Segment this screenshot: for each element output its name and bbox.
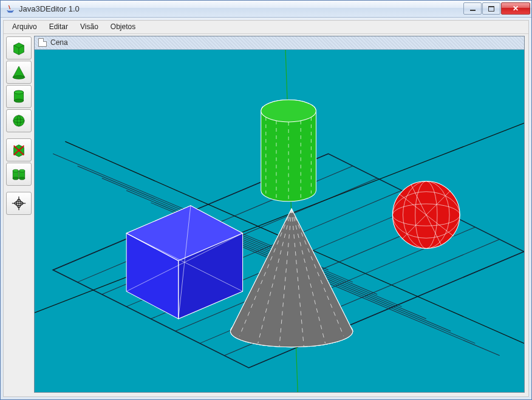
svg-point-16	[13, 177, 18, 180]
app-body: Arquivo Editar Visão Objetos	[3, 20, 529, 397]
workarea: Cena	[4, 34, 528, 396]
delete-tool-button[interactable]	[6, 138, 32, 161]
cylinder-tool-button[interactable]	[6, 85, 32, 108]
maximize-button[interactable]	[482, 2, 500, 15]
two-cylinders-icon	[10, 166, 27, 183]
menubar: Arquivo Editar Visão Objetos	[4, 21, 528, 34]
cylinder-icon	[10, 88, 27, 105]
svg-point-3	[13, 75, 25, 79]
scene-svg	[35, 50, 524, 392]
java-icon	[5, 4, 15, 13]
maximize-icon	[488, 6, 494, 12]
menu-arquivo[interactable]: Arquivo	[6, 21, 43, 32]
titlebar[interactable]: Java3DEditor 1.0 ✕	[1, 1, 531, 18]
close-button[interactable]: ✕	[501, 2, 530, 15]
svg-point-18	[19, 169, 25, 172]
window-buttons: ✕	[463, 2, 530, 15]
window-title: Java3DEditor 1.0	[19, 4, 463, 13]
close-icon: ✕	[513, 4, 519, 13]
svg-point-6	[14, 99, 23, 103]
svg-point-8	[13, 115, 24, 126]
duplicate-tool-button[interactable]	[6, 163, 32, 186]
menu-objetos[interactable]: Objetos	[104, 21, 142, 32]
cube-icon	[10, 39, 27, 56]
scene-titlebar[interactable]: Cena	[35, 36, 524, 50]
minimize-icon	[470, 10, 476, 11]
scene-sphere	[392, 181, 460, 248]
sphere-icon	[10, 112, 27, 129]
svg-point-15	[13, 169, 18, 172]
origin-tool-button[interactable]	[6, 192, 32, 215]
cone-icon	[10, 64, 27, 81]
cube-tool-button[interactable]	[6, 36, 32, 59]
viewport-3d[interactable]	[35, 50, 524, 392]
minimize-button[interactable]	[463, 2, 482, 15]
crosshair-icon	[10, 195, 27, 212]
cone-tool-button[interactable]	[6, 61, 32, 84]
svg-point-19	[19, 177, 25, 180]
sphere-tool-button[interactable]	[6, 109, 32, 132]
canvas-wrap: Cena	[34, 34, 528, 396]
svg-point-46	[261, 100, 316, 121]
toolbar	[4, 34, 34, 396]
delete-cube-icon	[10, 141, 27, 158]
scene-cylinder	[261, 100, 316, 201]
app-window: Java3DEditor 1.0 ✕ Arquivo Editar Visão …	[0, 0, 532, 400]
svg-point-7	[14, 90, 23, 94]
document-icon	[38, 38, 47, 47]
scene-title: Cena	[50, 38, 68, 47]
scene-frame: Cena	[34, 36, 525, 393]
menu-visao[interactable]: Visão	[74, 21, 104, 32]
menu-editar[interactable]: Editar	[43, 21, 74, 32]
